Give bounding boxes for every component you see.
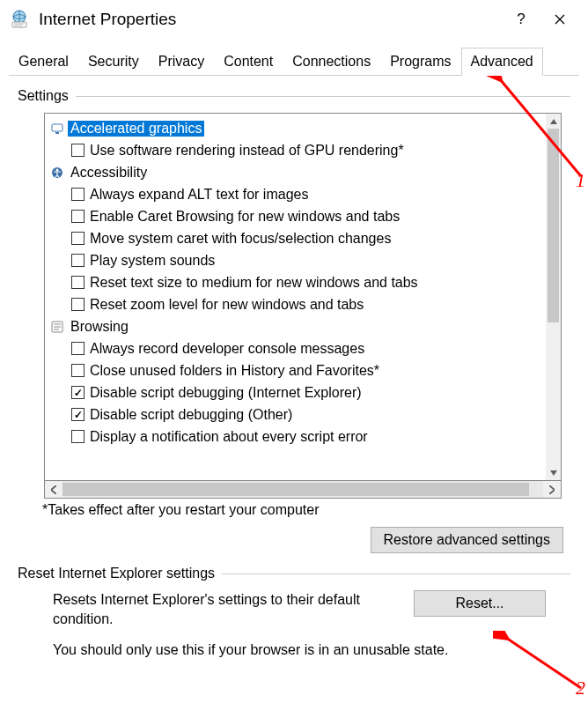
browsing-icon: [50, 320, 64, 334]
checkbox[interactable]: [71, 254, 85, 267]
reset-description: Resets Internet Explorer's settings to t…: [53, 590, 396, 630]
checkbox[interactable]: [71, 386, 85, 399]
checkbox[interactable]: [71, 232, 85, 245]
tab-security[interactable]: Security: [78, 48, 149, 75]
scroll-track[interactable]: [546, 129, 561, 465]
internet-options-icon: [9, 9, 30, 30]
scroll-up-icon[interactable]: [546, 114, 561, 129]
tree-item-label: Use software rendering instead of GPU re…: [90, 143, 404, 159]
settings-tree[interactable]: Accelerated graphicsUse software renderi…: [44, 113, 562, 481]
tab-content[interactable]: Content: [214, 48, 283, 75]
checkbox[interactable]: [71, 210, 85, 223]
checkbox[interactable]: [71, 342, 85, 355]
reset-warning: You should only use this if your browser…: [53, 642, 546, 658]
tree-item[interactable]: Always record developer console messages: [47, 337, 544, 359]
tree-group-label: Accelerated graphics: [68, 121, 204, 137]
hscroll-track[interactable]: [62, 481, 543, 498]
annotation-label-1: 1: [576, 169, 585, 192]
help-button[interactable]: ?: [502, 6, 540, 33]
tree-item[interactable]: Disable script debugging (Internet Explo…: [47, 381, 544, 403]
settings-group-label: Settings: [18, 88, 69, 104]
checkbox[interactable]: [71, 364, 85, 377]
checkbox[interactable]: [71, 298, 85, 311]
hscroll-thumb[interactable]: [62, 483, 529, 496]
tree-item-label: Play system sounds: [90, 253, 215, 269]
svg-rect-5: [55, 132, 59, 134]
tree-item-label: Reset text size to medium for new window…: [90, 275, 418, 291]
tab-privacy[interactable]: Privacy: [149, 48, 214, 75]
window-title: Internet Properties: [39, 10, 502, 29]
tree-group-label: Browsing: [68, 319, 131, 335]
display-icon: [50, 122, 64, 136]
checkbox[interactable]: [71, 408, 85, 421]
reset-group: Reset Internet Explorer settings Resets …: [18, 566, 570, 658]
tree-item[interactable]: Move system caret with focus/selection c…: [47, 227, 544, 249]
tree-item-label: Enable Caret Browsing for new windows an…: [90, 209, 400, 225]
tree-item[interactable]: Close unused folders in History and Favo…: [47, 359, 544, 381]
scroll-right-icon[interactable]: [543, 481, 561, 498]
tree-group[interactable]: Accessibility: [47, 161, 544, 183]
vertical-scrollbar[interactable]: [546, 114, 561, 480]
tab-advanced[interactable]: Advanced: [461, 48, 543, 76]
tree-item-label: Move system caret with focus/selection c…: [90, 231, 391, 247]
svg-rect-4: [52, 124, 62, 131]
tree-item-label: Disable script debugging (Other): [90, 407, 292, 423]
tab-general[interactable]: General: [9, 48, 78, 75]
svg-rect-1: [12, 22, 26, 27]
tree-item-label: Close unused folders in History and Favo…: [90, 363, 379, 379]
tree-item-label: Display a notification about every scrip…: [90, 429, 368, 445]
tree-group-label: Accessibility: [68, 165, 150, 181]
tree-item-label: Disable script debugging (Internet Explo…: [90, 385, 362, 401]
accessibility-icon: [50, 166, 64, 180]
tree-item[interactable]: Always expand ALT text for images: [47, 183, 544, 205]
tree-item-label: Always record developer console messages: [90, 341, 364, 357]
reset-group-label: Reset Internet Explorer settings: [18, 566, 215, 581]
scroll-down-icon[interactable]: [546, 465, 561, 480]
tree-item[interactable]: Reset zoom level for new windows and tab…: [47, 293, 544, 315]
tree-group[interactable]: Browsing: [47, 315, 544, 337]
close-button[interactable]: [540, 6, 579, 33]
tab-bar: GeneralSecurityPrivacyContentConnections…: [9, 48, 579, 76]
tree-item[interactable]: Play system sounds: [47, 249, 544, 271]
checkbox[interactable]: [71, 430, 85, 443]
checkbox[interactable]: [71, 276, 85, 289]
divider: [76, 96, 570, 97]
scroll-left-icon[interactable]: [45, 481, 62, 498]
checkbox[interactable]: [71, 144, 85, 157]
annotation-label-2: 2: [576, 677, 585, 699]
tab-connections[interactable]: Connections: [283, 48, 380, 75]
restart-note: *Takes effect after you restart your com…: [42, 502, 579, 518]
tree-item[interactable]: Display a notification about every scrip…: [47, 426, 544, 448]
tree-content: Accelerated graphicsUse software renderi…: [45, 114, 546, 480]
tree-item-label: Always expand ALT text for images: [90, 187, 308, 203]
tree-item[interactable]: Enable Caret Browsing for new windows an…: [47, 205, 544, 227]
svg-point-7: [56, 168, 59, 171]
restore-advanced-button[interactable]: Restore advanced settings: [371, 527, 563, 553]
scroll-thumb[interactable]: [548, 129, 559, 322]
horizontal-scrollbar[interactable]: [44, 481, 562, 499]
reset-button[interactable]: Reset...: [414, 590, 546, 617]
tab-programs[interactable]: Programs: [380, 48, 460, 75]
checkbox[interactable]: [71, 188, 85, 201]
tree-item[interactable]: Reset text size to medium for new window…: [47, 271, 544, 293]
tree-item[interactable]: Use software rendering instead of GPU re…: [47, 139, 544, 161]
tree-group[interactable]: Accelerated graphics: [47, 117, 544, 139]
titlebar: Internet Properties ?: [0, 0, 588, 39]
settings-group: Settings Accelerated graphicsUse softwar…: [18, 88, 570, 499]
tree-item[interactable]: Disable script debugging (Other): [47, 403, 544, 426]
tree-item-label: Reset zoom level for new windows and tab…: [90, 297, 364, 313]
divider: [222, 574, 570, 574]
